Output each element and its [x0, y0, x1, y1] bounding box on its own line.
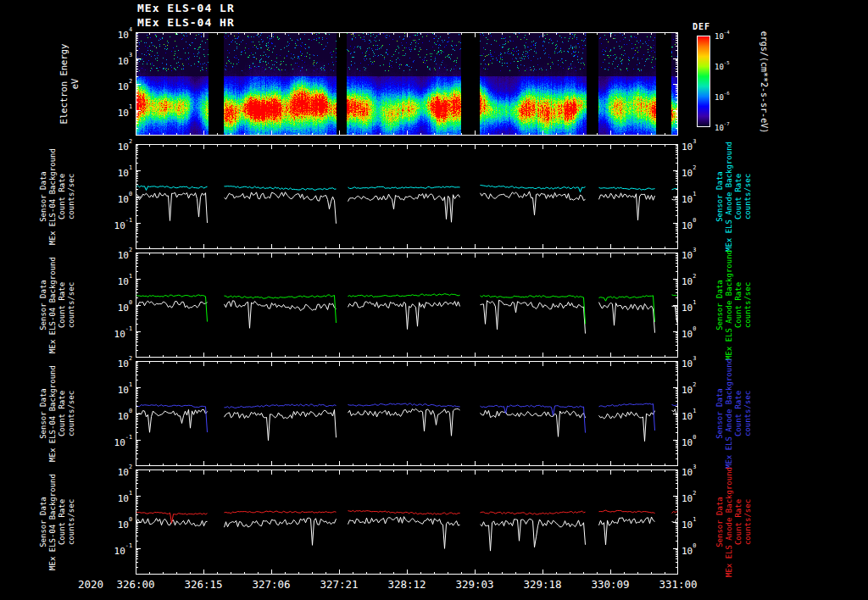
right-axis-label: Sensor DataMEx ELS Anode BackgroundCount… — [715, 458, 753, 586]
right-axis-label-line: MEx ELS Anode Background — [725, 458, 734, 586]
count-rate-panel-1-canvas — [136, 144, 678, 249]
right-axis-label-line: counts/sec — [743, 458, 753, 586]
y-tick-label-left: 102 — [98, 139, 132, 153]
colorbar-tick-label: 10-5 — [715, 62, 730, 71]
y-tick-label-left: 102 — [98, 464, 132, 478]
y-tick-label-left: 101 — [98, 491, 132, 504]
right-axis-label-line: Sensor Data — [715, 458, 725, 586]
x-tick-label: 326:15 — [176, 578, 231, 591]
y-tick-label-right: 100 — [682, 218, 715, 231]
y-tick-label-left: 101 — [98, 165, 132, 179]
spectrogram-y-axis-label: Electron Energy eV — [58, 20, 81, 147]
y-tick-label-left: 102 — [98, 79, 132, 92]
colorbar-tick-label: 10-4 — [715, 31, 730, 41]
y-tick-label-left: 101 — [98, 274, 132, 287]
y-tick-label-right: 102 — [682, 491, 715, 504]
y-tick-label-right: 103 — [682, 139, 715, 153]
right-axis-label-line: Count Rate — [734, 458, 743, 586]
colorbar-tick-label: 10-6 — [715, 92, 730, 102]
y-tick-label-right: 100 — [682, 326, 715, 340]
x-tick-label: 327:06 — [244, 578, 298, 591]
left-axis-label-line: MEx ELS-04 Background — [48, 458, 58, 586]
y-tick-label-left: 10-1 — [98, 218, 132, 231]
count-rate-panel-2-canvas — [136, 253, 678, 358]
colorbar-title: DEF — [693, 22, 710, 31]
colorbar-unit-label: ergs/(cm**2-s-sr-eV) — [757, 6, 769, 158]
colorbar — [697, 36, 710, 127]
plot-title-hr: MEx ELS-04 HR — [137, 16, 235, 29]
y-tick-label-right: 103 — [682, 247, 715, 261]
y-tick-label-left: 103 — [98, 53, 132, 67]
y-tick-label-right: 101 — [682, 517, 715, 531]
y-tick-label-left: 10-1 — [98, 326, 132, 340]
y-tick-label-left: 10-1 — [98, 543, 132, 557]
y-tick-label-right: 101 — [682, 408, 715, 422]
y-tick-label-left: 10-1 — [98, 435, 132, 448]
y-tick-label-right: 103 — [682, 356, 715, 369]
y-tick-label-left: 101 — [98, 105, 132, 119]
y-tick-label-right: 100 — [682, 435, 715, 448]
left-axis-label-line: Count Rate — [58, 458, 67, 586]
y-tick-label-left: 100 — [98, 408, 132, 422]
colorbar-tick-label: 10-7 — [715, 123, 730, 132]
plot-title-lr: MEx ELS-04 LR — [137, 2, 235, 14]
x-tick-label: 326:00 — [108, 578, 163, 591]
y-tick-label-left: 102 — [98, 247, 132, 261]
count-rate-panel-3-canvas — [136, 361, 678, 466]
spectrogram-y-axis-label-line2: eV — [70, 20, 81, 147]
y-tick-label-left: 100 — [98, 192, 132, 205]
y-tick-label-left: 101 — [98, 382, 132, 396]
y-tick-label-left: 100 — [98, 517, 132, 531]
count-rate-panel-4-canvas — [136, 469, 678, 575]
x-tick-label: 329:03 — [448, 578, 502, 591]
left-axis-label-line: Sensor Data — [39, 458, 48, 586]
left-axis-label-line: counts/sec — [67, 458, 76, 586]
y-tick-label-left: 102 — [98, 356, 132, 369]
x-tick-label: 331:00 — [651, 578, 705, 591]
x-tick-label: 327:21 — [312, 578, 366, 591]
left-axis-label: Sensor DataMEx ELS-04 BackgroundCount Ra… — [39, 458, 76, 586]
y-tick-label-right: 102 — [682, 382, 715, 396]
plot-page: MEx ELS-04 LR MEx ELS-04 HR Electron Ene… — [0, 0, 868, 600]
y-tick-label-left: 100 — [98, 300, 132, 314]
y-tick-label-right: 101 — [682, 300, 715, 314]
y-tick-label-right: 102 — [682, 274, 715, 287]
x-tick-label: 328:12 — [380, 578, 434, 591]
y-tick-label-left: 104 — [98, 27, 132, 41]
y-tick-label-right: 100 — [682, 543, 715, 557]
y-tick-label-right: 101 — [682, 192, 715, 205]
y-tick-label-right: 102 — [682, 165, 715, 179]
spectrogram-y-axis-label-line1: Electron Energy — [58, 20, 70, 147]
x-tick-label: 330:09 — [583, 578, 637, 591]
spectrogram-canvas — [136, 32, 678, 136]
x-tick-label: 329:18 — [515, 578, 570, 591]
y-tick-label-right: 103 — [682, 464, 715, 478]
